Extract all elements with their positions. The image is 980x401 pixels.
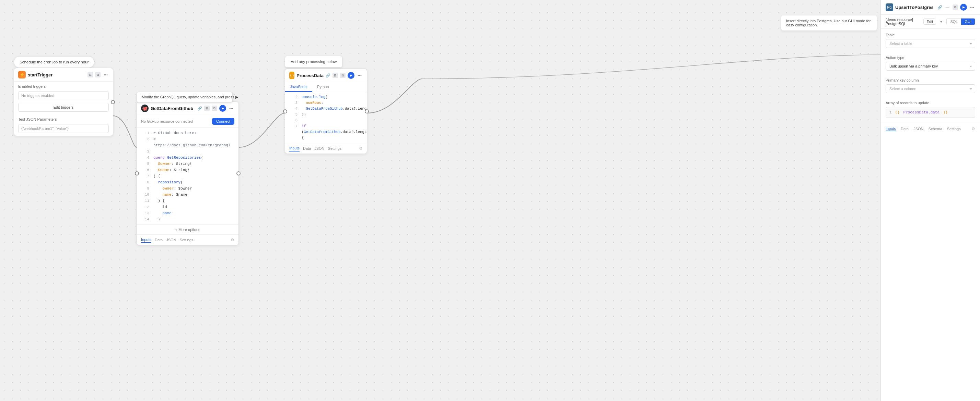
array-label: Array of records to update <box>886 101 975 105</box>
panel-link-icon: 🔗 <box>937 5 942 10</box>
code-line-9: 9 owner: $owner <box>137 185 239 192</box>
github-code-editor[interactable]: 1 # GitHub docs here: 2 # https://docs.g… <box>137 128 239 225</box>
process-tabs: JavaScript Python <box>285 82 367 92</box>
panel-minimize[interactable]: — <box>944 4 950 10</box>
mode-toggle: SQL GUI <box>947 18 975 25</box>
array-section: Array of records to update 1 {{ ProcessD… <box>881 97 980 123</box>
github-right-connector[interactable] <box>236 171 240 176</box>
proc-footer-settings[interactable]: Settings <box>328 146 342 151</box>
test-params-input[interactable]: {"webhookParam1": "value"} <box>18 124 109 133</box>
postgres-icon: Pg <box>886 3 893 11</box>
resource-row: [demo resource] PostgreSQL Edit ▾ SQL GU… <box>881 15 980 29</box>
github-footer: Inputs Data JSON Settings ⚙ <box>137 235 239 245</box>
panel-copy[interactable]: ⧉ <box>953 5 958 10</box>
array-open-bracket: {{ <box>895 110 900 114</box>
code-line-2: 2 # https://docs.github.com/en/graphql <box>137 136 239 148</box>
process-right-connector[interactable] <box>365 109 369 113</box>
code-line-6: 6 $name: String! <box>137 167 239 173</box>
github-left-connector[interactable] <box>135 171 139 176</box>
panel-tab-schema[interactable]: Schema <box>929 127 942 131</box>
code-line-10: 10 name: $name <box>137 192 239 198</box>
action-select[interactable]: Bulk upsert via a primary key <box>886 62 975 71</box>
trigger-copy[interactable]: ⧉ <box>95 72 100 78</box>
node-controls: ⊟ ⧉ ••• <box>88 71 109 78</box>
proc-footer-json[interactable]: JSON <box>314 146 324 151</box>
github-minus[interactable]: ⊟ <box>204 106 210 111</box>
postgres-tooltip-text: Insert directly into Postgres. Use our G… <box>786 19 870 27</box>
code-line-14: 14 } <box>137 216 239 222</box>
gui-mode-button[interactable]: GUI <box>961 19 975 25</box>
no-triggers-field: No triggers enabled <box>18 91 109 100</box>
sql-mode-button[interactable]: SQL <box>947 19 961 25</box>
panel-tab-inputs[interactable]: Inputs <box>886 127 896 131</box>
panel-tab-settings[interactable]: Settings <box>947 127 961 131</box>
process-play-button[interactable]: ▶ <box>348 72 355 79</box>
github-header: 🐙 GetDataFromGithub 🔗 ⊟ ⧉ ▶ ••• <box>137 102 239 115</box>
footer-tab-settings[interactable]: Settings <box>180 237 194 243</box>
github-link-icon: 🔗 <box>197 106 202 111</box>
graphql-hint-text: Modify the GraphQL query, update variabl… <box>142 95 238 99</box>
panel-menu[interactable]: ••• <box>969 4 975 10</box>
footer-settings-icon[interactable]: ⚙ <box>231 238 234 243</box>
graphql-hint-box: Modify the GraphQL query, update variabl… <box>137 92 233 103</box>
process-data-node: { } ProcessData 🔗 ⊟ ⧉ ▶ ••• JavaScript P… <box>285 68 367 154</box>
table-section: Table Select a table <box>881 29 980 48</box>
process-menu[interactable]: ••• <box>356 72 363 78</box>
proc-line-7: 7 if (GetDataFromGithub.data?.length) { <box>285 124 367 141</box>
proc-line-6: 6 <box>285 117 367 124</box>
schedule-hint-text: Schedule the cron job to run every hour <box>19 60 89 64</box>
footer-tab-inputs[interactable]: Inputs <box>141 237 151 243</box>
panel-tab-data[interactable]: Data <box>901 127 908 131</box>
enabled-triggers-label: Enabled triggers <box>14 82 113 90</box>
array-value: ProcessData.data <box>901 110 942 114</box>
postgres-tooltip: Insert directly into Postgres. Use our G… <box>781 15 877 31</box>
trigger-menu[interactable]: ••• <box>103 71 109 78</box>
panel-play[interactable]: ▶ <box>960 4 967 11</box>
array-editor[interactable]: 1 {{ ProcessData.data }} <box>886 107 975 118</box>
pk-label: Primary key column <box>886 78 975 82</box>
pk-select[interactable]: Select a column <box>886 84 975 93</box>
process-link-icon: 🔗 <box>326 73 331 78</box>
code-line-12: 12 id <box>137 204 239 210</box>
proc-footer-data[interactable]: Data <box>303 146 311 151</box>
process-left-connector[interactable] <box>283 109 287 113</box>
footer-tab-data[interactable]: Data <box>155 237 163 243</box>
action-section: Action type Bulk upsert via a primary ke… <box>881 51 980 71</box>
resource-dropdown[interactable]: ▾ <box>938 19 944 25</box>
process-header: { } ProcessData 🔗 ⊟ ⧉ ▶ ••• <box>285 69 367 82</box>
code-line-13: 13 name <box>137 210 239 216</box>
process-hint-box: Add any processing below <box>285 56 342 68</box>
github-play-button[interactable]: ▶ <box>219 105 226 112</box>
panel-header: Pg UpsertToPostgres 🔗 — ⧉ ▶ ••• <box>881 0 980 15</box>
github-connect-bar: No GitHub resource connected Connect <box>137 115 239 128</box>
panel-tab-json[interactable]: JSON <box>913 127 923 131</box>
proc-footer-inputs[interactable]: Inputs <box>289 145 299 152</box>
process-code-editor[interactable]: 2 console.log( 3 numRows: 4 GetDataFromG… <box>285 92 367 143</box>
start-trigger-header: ⚡ startTrigger ⊟ ⧉ ••• <box>14 68 113 82</box>
process-minus[interactable]: ⊟ <box>332 73 338 78</box>
table-select[interactable]: Select a table <box>886 39 975 48</box>
no-resource-text: No GitHub resource connected <box>141 119 193 124</box>
tab-python[interactable]: Python <box>312 82 334 92</box>
edit-triggers-button[interactable]: Edit triggers <box>18 103 109 112</box>
panel-gear-icon[interactable]: ⚙ <box>971 127 975 131</box>
more-options-bar[interactable]: + More options <box>137 225 239 235</box>
edit-resource-button[interactable]: Edit <box>923 19 936 25</box>
connect-button[interactable]: Connect <box>212 118 234 125</box>
code-line-3: 3 <box>137 148 239 155</box>
workflow-canvas: Schedule the cron job to run every hour … <box>0 0 980 401</box>
process-copy[interactable]: ⧉ <box>340 73 345 78</box>
start-trigger-right-connector[interactable] <box>111 100 115 104</box>
pk-select-wrapper: Select a column <box>886 84 975 93</box>
proc-line-4: 4 GetDataFromGithub.data?.length <box>285 106 367 112</box>
footer-tab-json[interactable]: JSON <box>166 237 176 243</box>
github-copy[interactable]: ⧉ <box>212 106 217 111</box>
github-menu[interactable]: ••• <box>228 105 234 111</box>
tab-javascript[interactable]: JavaScript <box>285 82 312 92</box>
panel-title: UpsertToPostgres <box>895 5 935 10</box>
code-line-11: 11 ) { <box>137 198 239 204</box>
start-trigger-node: ⚡ startTrigger ⊟ ⧉ ••• Enabled triggers … <box>14 68 113 136</box>
code-line-4: 4 query GetRepositories( <box>137 155 239 161</box>
proc-footer-gear[interactable]: ⚙ <box>359 146 363 151</box>
process-controls: 🔗 ⊟ ⧉ ▶ ••• <box>326 72 363 79</box>
